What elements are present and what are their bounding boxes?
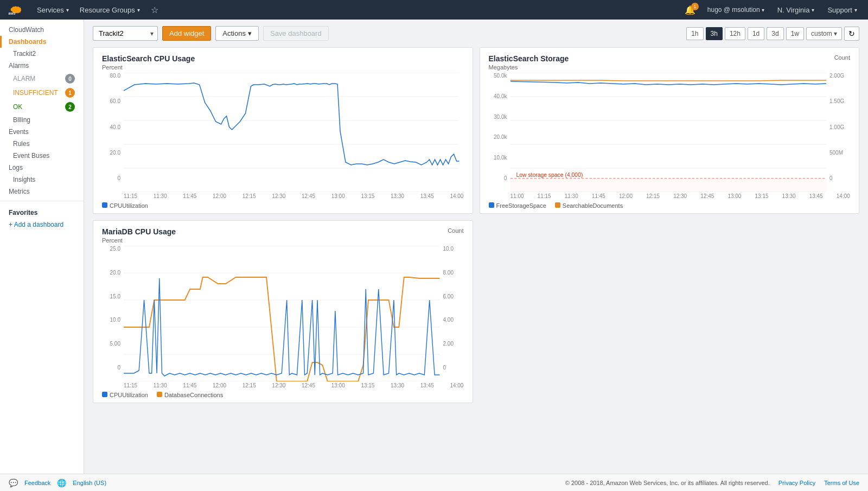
- time-12h[interactable]: 12h: [725, 27, 745, 40]
- elastic-storage-y-right: 2.00G1.50G1.00G500M0: [827, 73, 850, 181]
- mariadb-y-axis: 25.020.015.010.05.000: [102, 246, 123, 371]
- resource-groups-menu[interactable]: Resource Groups ▾: [75, 4, 144, 16]
- sidebar: CloudWatch Dashboards Trackit2 Alarms AL…: [0, 20, 84, 474]
- elastic-storage-y-label: Megabytes: [489, 64, 569, 71]
- sidebar-collapse-button[interactable]: ◀: [84, 247, 84, 260]
- elastic-storage-y-axis: 50.0k40.0k30.0k20.0k10.0k0: [489, 73, 509, 181]
- add-widget-button[interactable]: Add widget: [162, 26, 211, 41]
- favorites-star[interactable]: ☆: [146, 3, 163, 17]
- sidebar-item-alarms[interactable]: Alarms: [0, 60, 84, 72]
- elastic-storage-title: ElasticSearch Storage: [489, 54, 569, 63]
- legend-dot-mariadb-cpu: [102, 392, 107, 397]
- elastic-cpu-x-axis: 11:1511:3011:4512:0012:1512:3012:4513:00…: [124, 192, 464, 199]
- mariadb-count-label: Count: [448, 227, 463, 234]
- sidebar-item-billing[interactable]: Billing: [0, 114, 84, 126]
- sidebar-item-alarm[interactable]: ALARM 0: [0, 72, 84, 86]
- elastic-cpu-y-axis: 80.060.040.020.00: [102, 73, 123, 181]
- mariadb-y-right: 10.08.006.004.002.000: [441, 246, 464, 371]
- time-1d[interactable]: 1d: [748, 27, 764, 40]
- region-menu[interactable]: N. Virginia ▾: [773, 4, 819, 16]
- time-3h[interactable]: 3h: [706, 27, 723, 40]
- user-menu[interactable]: hugo @ msolution ▾: [703, 4, 769, 16]
- time-1h[interactable]: 1h: [686, 27, 703, 40]
- time-range-controls: 1h 3h 12h 1d 3d 1w custom ▾ ↻: [686, 27, 859, 41]
- elastic-cpu-legend: CPUUtilization: [102, 202, 464, 209]
- sidebar-item-metrics[interactable]: Metrics: [0, 186, 84, 197]
- actions-button[interactable]: Actions ▾: [215, 26, 259, 41]
- mariadb-cpu-chart: MariaDB CPU Usage Percent Count 25.020.0…: [93, 220, 473, 403]
- mariadb-cpu-title: MariaDB CPU Usage: [102, 227, 176, 236]
- dashboard-select-wrapper: Trackit2: [93, 26, 158, 41]
- aws-logo[interactable]: aws: [7, 3, 26, 16]
- elastic-storage-count-label: Count: [834, 54, 850, 61]
- svg-rect-14: [510, 178, 827, 192]
- legend-dot-searchable: [555, 202, 560, 208]
- sidebar-item-ok[interactable]: OK 2: [0, 100, 84, 114]
- time-custom[interactable]: custom ▾: [806, 27, 842, 40]
- sidebar-item-event-buses[interactable]: Event Buses: [0, 150, 84, 162]
- svg-text:Low storage space (4,000): Low storage space (4,000): [516, 172, 583, 178]
- mariadb-cpu-svg: .gridline3{stroke:#eee;stroke-width:1;}: [124, 246, 440, 381]
- mariadb-x-axis: 11:1511:3011:4512:0012:1512:3012:4513:00…: [124, 381, 464, 388]
- sidebar-item-dashboards[interactable]: Dashboards: [0, 36, 84, 48]
- dashboard-select[interactable]: Trackit2: [93, 26, 158, 41]
- sidebar-item-cloudwatch[interactable]: CloudWatch: [0, 24, 84, 36]
- mariadb-cpu-y-label: Percent: [102, 237, 176, 244]
- dashboard-toolbar: Trackit2 Add widget Actions ▾ Save dashb…: [93, 26, 859, 41]
- mariadb-legend: CPUUtilization DatabaseConnections: [102, 392, 464, 398]
- alarm-badge: 0: [65, 74, 75, 84]
- add-dashboard-link[interactable]: + Add a dashboard: [0, 219, 84, 231]
- elastic-storage-x-axis: 11:0011:1511:3011:4512:0012:1512:3012:45…: [510, 192, 851, 199]
- support-label: Support: [827, 6, 852, 14]
- notifications-button[interactable]: 🔔 1: [681, 4, 699, 16]
- elastic-cpu-chart: ElasticSearch CPU Usage Percent 80.060.0…: [93, 47, 473, 214]
- elastic-storage-svg: .gridline2{stroke:#eee;stroke-width:1;}: [510, 73, 827, 192]
- services-menu[interactable]: Services ▾: [33, 4, 73, 16]
- time-1w[interactable]: 1w: [786, 27, 804, 40]
- insufficient-badge: 1: [65, 88, 75, 98]
- legend-dot-cpu: [102, 202, 107, 208]
- region-label: N. Virginia: [777, 6, 810, 14]
- time-3d[interactable]: 3d: [767, 27, 783, 40]
- elastic-cpu-title: ElasticSearch CPU Usage: [102, 54, 464, 63]
- user-label: hugo @ msolution: [707, 6, 760, 14]
- favorites-section: Favorites: [0, 205, 84, 219]
- sidebar-item-insights[interactable]: Insights: [0, 174, 84, 186]
- legend-dot-db-connections: [157, 392, 162, 397]
- elastic-storage-chart: ElasticSearch Storage Megabytes Count 50…: [480, 47, 860, 214]
- notification-badge: 1: [691, 3, 699, 10]
- sidebar-item-insufficient[interactable]: INSUFFICIENT 1: [0, 86, 84, 100]
- support-menu[interactable]: Support ▾: [823, 4, 861, 16]
- sidebar-item-rules[interactable]: Rules: [0, 138, 84, 150]
- services-label: Services: [37, 6, 64, 14]
- actions-chevron: ▾: [248, 29, 252, 37]
- resource-groups-label: Resource Groups: [80, 6, 135, 14]
- main-content: Trackit2 Add widget Actions ▾ Save dashb…: [84, 20, 868, 474]
- legend-dot-free-storage: [489, 202, 494, 208]
- sidebar-item-events[interactable]: Events: [0, 126, 84, 138]
- sidebar-item-logs[interactable]: Logs: [0, 162, 84, 174]
- save-dashboard-button: Save dashboard: [263, 26, 329, 41]
- sidebar-item-trackit2[interactable]: Trackit2: [0, 48, 84, 60]
- resource-groups-chevron: ▾: [137, 7, 140, 13]
- elastic-cpu-y-label: Percent: [102, 64, 464, 71]
- actions-label: Actions: [222, 29, 246, 37]
- top-navigation: aws Services ▾ Resource Groups ▾ ☆ 🔔 1 h…: [0, 0, 868, 20]
- svg-text:aws: aws: [9, 11, 16, 15]
- refresh-button[interactable]: ↻: [844, 27, 859, 41]
- elastic-storage-legend: FreeStorageSpace SearchableDocuments: [489, 202, 851, 209]
- services-chevron: ▾: [66, 7, 69, 13]
- charts-grid: ElasticSearch CPU Usage Percent 80.060.0…: [93, 47, 859, 403]
- empty-quadrant: [480, 220, 860, 403]
- ok-badge: 2: [65, 102, 75, 112]
- elastic-cpu-svg: .gridline{stroke:#eee;stroke-width:1;}: [124, 73, 459, 192]
